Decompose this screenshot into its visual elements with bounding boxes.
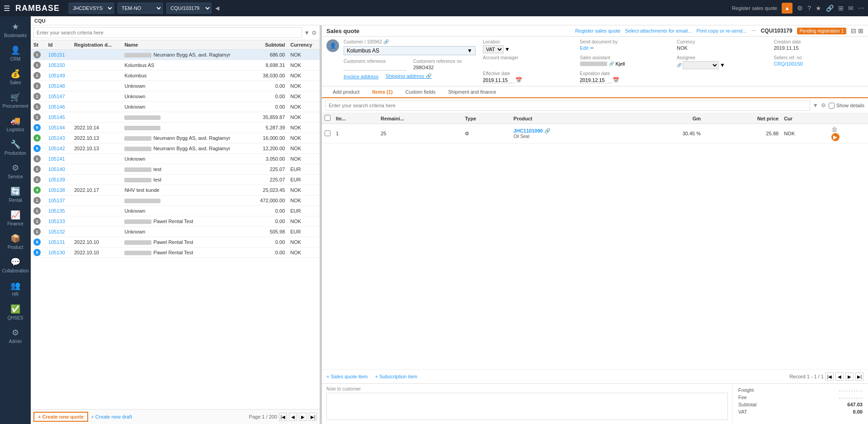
- items-settings-icon[interactable]: ⚙: [821, 102, 826, 109]
- tab-items[interactable]: Items (1): [366, 86, 399, 98]
- item-checkbox[interactable]: [325, 130, 330, 136]
- invoice-address-button[interactable]: Invoice address: [344, 73, 378, 79]
- sidebar-item-qhses[interactable]: ✅ QHSES: [0, 300, 31, 324]
- show-details-checkbox[interactable]: [829, 103, 835, 109]
- form-view-icon[interactable]: ⊞: [858, 27, 863, 34]
- tab-add-product[interactable]: Add product: [326, 86, 366, 98]
- sidebar-item-rental[interactable]: 🔄 Rental: [0, 183, 31, 206]
- page-prev-button[interactable]: ◀: [289, 413, 297, 421]
- more-icon[interactable]: ⋯: [858, 5, 864, 12]
- items-search-input[interactable]: [326, 100, 810, 111]
- sidebar-item-bookmarks[interactable]: ★ Bookmarks: [0, 18, 31, 42]
- help-icon[interactable]: ?: [807, 5, 811, 12]
- topbar-action-register[interactable]: Register sales quote: [732, 5, 777, 11]
- filter-icon[interactable]: ▼: [304, 29, 310, 36]
- list-search-input[interactable]: [33, 27, 302, 38]
- product-code[interactable]: JHC1101090 🔗: [514, 128, 551, 133]
- effective-date-calendar-icon[interactable]: 📅: [515, 77, 522, 83]
- procurement-icon: 🛒: [10, 92, 20, 102]
- table-row[interactable]: 1105149Kolumbus38,030.00NOK: [31, 71, 320, 81]
- page-next-button[interactable]: ▶: [299, 413, 307, 421]
- location-select[interactable]: VAT: [483, 45, 504, 53]
- table-row[interactable]: 1105146Unknown0.00NOK: [31, 102, 320, 112]
- items-page-first[interactable]: |◀: [826, 372, 834, 381]
- star-icon[interactable]: ★: [816, 5, 821, 12]
- sidebar-item-service[interactable]: ⚙ Service: [0, 159, 31, 183]
- table-row[interactable]: 91051302022.10.10Pawel Rental Test0.00NO…: [31, 248, 320, 258]
- customers-reference-input[interactable]: [344, 65, 406, 71]
- table-row[interactable]: 1105148Unknown0.00NOK: [31, 81, 320, 91]
- table-row[interactable]: 1105132Unknown505.98EUR: [31, 227, 320, 237]
- items-page-next[interactable]: ▶: [845, 372, 854, 381]
- table-row[interactable]: 1105137472,000.00NOK: [31, 195, 320, 206]
- page-first-button[interactable]: |◀: [279, 413, 287, 421]
- select-all-checkbox[interactable]: [325, 115, 330, 121]
- table-row[interactable]: 91051422022.10.13Neumann Bygg AS, avd. R…: [31, 143, 320, 154]
- sidebar-item-logistics[interactable]: 🚚 Logistics: [0, 112, 31, 136]
- sidebar-item-production[interactable]: 🔧 Production: [0, 136, 31, 159]
- sidebar-item-admin[interactable]: ⚙ Admin: [0, 324, 31, 348]
- print-copy-link[interactable]: Print copy or re-send...: [696, 28, 746, 33]
- expiration-date-calendar-icon[interactable]: 📅: [613, 77, 619, 83]
- table-row[interactable]: 1105141Unknown3,050.00NOK: [31, 154, 320, 164]
- sidebar-item-sales[interactable]: 💰 Sales: [0, 65, 31, 89]
- items-filter-icon[interactable]: ▼: [813, 102, 818, 109]
- table-row[interactable]: 1105151Neumann Bygg AS, avd. Raglamyr686…: [31, 50, 320, 60]
- add-sales-quote-item-link[interactable]: + Sales quote item: [326, 374, 368, 379]
- add-subscription-item-link[interactable]: + Subscription item: [375, 374, 417, 379]
- table-row[interactable]: 91051442022.10.145,287.39NOK: [31, 123, 320, 133]
- back-icon[interactable]: ◀: [215, 5, 219, 11]
- menu-icon[interactable]: ☰: [4, 4, 10, 13]
- table-row[interactable]: 110514535,859.87NOK: [31, 112, 320, 123]
- table-row[interactable]: 41051382022.10.17NHV test kunde25,023.45…: [31, 185, 320, 195]
- more-actions-icon[interactable]: ⋯: [751, 28, 756, 34]
- settings-icon[interactable]: ⚙: [797, 5, 803, 12]
- create-new-draft-button[interactable]: + Create new draft: [91, 414, 132, 419]
- expiration-date-input[interactable]: [580, 77, 612, 83]
- table-row[interactable]: 1105139test225.07EUR: [31, 175, 320, 185]
- table-view-icon[interactable]: ⊟: [851, 27, 856, 34]
- sellers-ref-value[interactable]: CRQ/100150: [774, 61, 864, 67]
- document-selector[interactable]: CQU/103179: [166, 3, 212, 14]
- customer-name-selector[interactable]: Kolumbus AS ▼: [344, 46, 476, 55]
- assignee-select[interactable]: [683, 61, 719, 69]
- table-row[interactable]: 91051312022.10.10Pawel Rental Test0.00NO…: [31, 237, 320, 248]
- sidebar-item-crm[interactable]: 👤 CRM: [0, 42, 31, 65]
- notification-bell[interactable]: ▲: [782, 3, 793, 14]
- freight-row: Freight . . . . . . . . . .: [738, 386, 863, 394]
- sidebar-item-procurement[interactable]: 🛒 Procurement: [0, 89, 31, 112]
- grid-icon[interactable]: ⊞: [838, 5, 844, 12]
- send-document-edit-link[interactable]: Edit ✏: [580, 45, 670, 51]
- effective-date-input[interactable]: [483, 77, 514, 83]
- items-page-last[interactable]: ▶|: [855, 372, 863, 381]
- mail-icon[interactable]: ✉: [848, 5, 854, 12]
- finance-icon: 📈: [10, 210, 20, 220]
- register-sales-quote-link[interactable]: Register sales quote: [575, 28, 620, 33]
- item-delete-button[interactable]: 🗑: [831, 126, 838, 133]
- note-textarea[interactable]: [326, 393, 728, 420]
- tab-shipment-finance[interactable]: Shipment and finance: [442, 86, 502, 98]
- settings-icon[interactable]: ⚙: [311, 29, 317, 36]
- tab-custom-fields[interactable]: Custom fields: [399, 86, 442, 98]
- sidebar-item-collaboration[interactable]: 💬 Collaboration: [0, 253, 31, 277]
- item-action-button[interactable]: ▶: [831, 133, 840, 141]
- table-row[interactable]: 1105150Kolumbus AS8,698.31NOK: [31, 60, 320, 71]
- customer-external-link-icon[interactable]: 🔗: [383, 39, 389, 44]
- select-attachments-link[interactable]: Select attachments for email...: [625, 28, 692, 33]
- sidebar-item-product[interactable]: 📦 Product: [0, 230, 31, 253]
- language-selector[interactable]: TEM-NO: [118, 3, 163, 14]
- shipping-address-button[interactable]: Shipping address 🔗: [386, 73, 432, 79]
- sidebar-item-finance[interactable]: 📈 Finance: [0, 206, 31, 230]
- sidebar-item-hr[interactable]: 👥 HR: [0, 277, 31, 300]
- table-row[interactable]: 1105135Unknown0.00EUR: [31, 206, 320, 216]
- table-row[interactable]: 41051432022.10.13Neumann Bygg AS, avd. R…: [31, 133, 320, 143]
- page-last-button[interactable]: ▶|: [309, 413, 317, 421]
- table-row[interactable]: 1105140test225.07EUR: [31, 164, 320, 175]
- items-page-prev[interactable]: ◀: [835, 372, 844, 381]
- table-row[interactable]: 1105147Unknown0.00NOK: [31, 91, 320, 102]
- item-row[interactable]: 125⚙JHC1101090 🔗Oil Seal30.45 %25.88NOK🗑…: [322, 124, 868, 143]
- create-new-quote-button[interactable]: + Create new quote: [33, 412, 88, 422]
- company-selector[interactable]: JHCDEVSYS: [69, 3, 114, 14]
- link-icon[interactable]: 🔗: [826, 5, 834, 12]
- table-row[interactable]: 1105133Pawel Rental Test0.00NOK: [31, 216, 320, 227]
